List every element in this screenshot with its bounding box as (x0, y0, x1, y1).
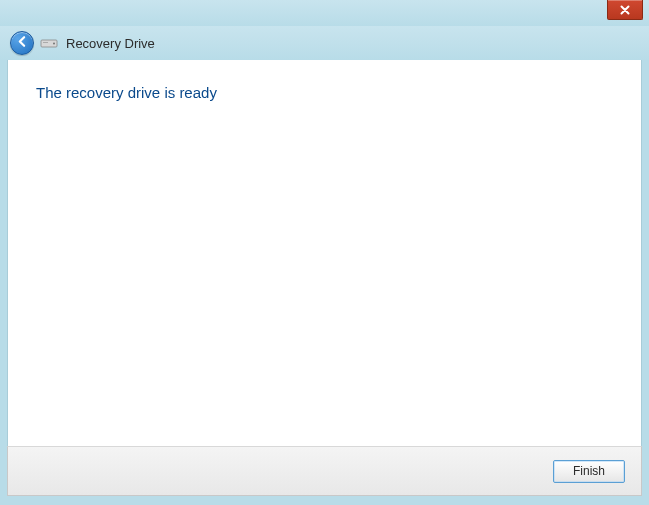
back-button[interactable] (10, 31, 34, 55)
footer-bar: Finish (7, 446, 642, 496)
titlebar (0, 0, 649, 26)
close-button[interactable] (607, 0, 643, 20)
svg-point-1 (53, 43, 55, 45)
window-title: Recovery Drive (66, 36, 155, 51)
content-area: The recovery drive is ready (7, 60, 642, 446)
close-icon (620, 1, 630, 19)
drive-icon (40, 37, 58, 49)
finish-button[interactable]: Finish (553, 460, 625, 483)
page-heading: The recovery drive is ready (36, 84, 613, 101)
svg-rect-2 (43, 42, 48, 43)
back-arrow-icon (16, 34, 29, 52)
header-bar: Recovery Drive (0, 26, 649, 60)
